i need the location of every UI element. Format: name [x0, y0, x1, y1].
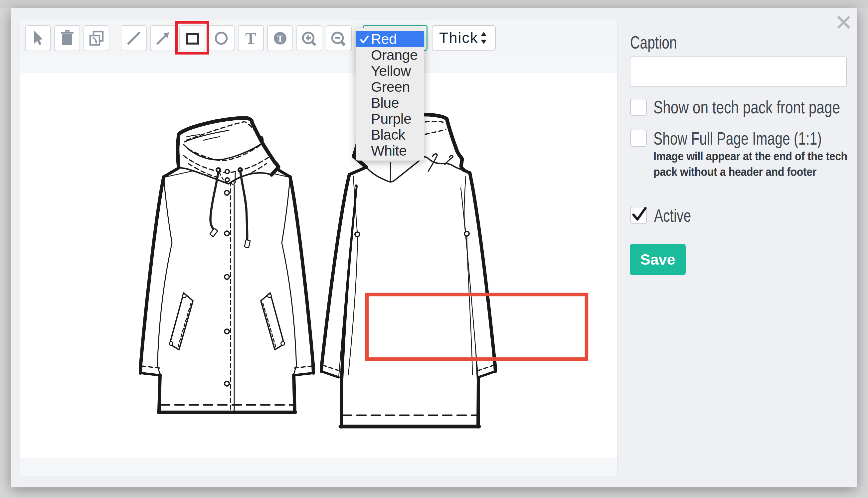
svg-text:T: T [245, 29, 256, 48]
svg-text:T: T [277, 33, 283, 43]
